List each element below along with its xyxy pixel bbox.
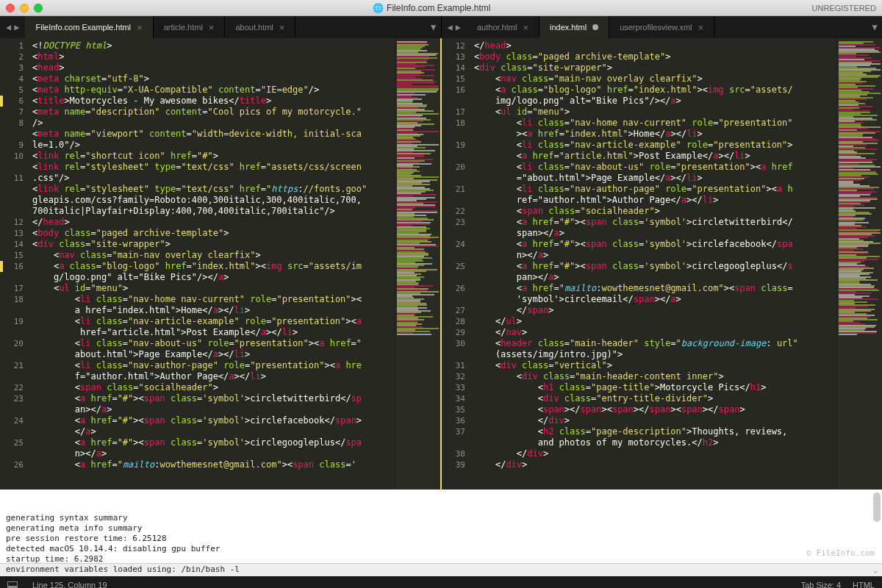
tab-label: index.html [550,23,587,32]
minimap-right[interactable] [836,38,882,490]
file-tab[interactable]: userprofilesview.xml× [609,16,714,38]
gutter-left: 1 2 3 4 5 6 7 8 9 10 11 12 13 14 15 16 1… [0,38,29,490]
editor-pane-left[interactable]: 1 2 3 4 5 6 7 8 9 10 11 12 13 14 15 16 1… [0,38,440,490]
editor-pane-right[interactable]: 12 13 14 15 16 17 18 19 20 21 22 23 24 2… [442,38,882,490]
tab-label: userprofilesview.xml [620,23,692,32]
registration-badge: UNREGISTERED [812,4,876,12]
file-tab[interactable]: FileInfo.com Example.html× [25,16,153,38]
panel-toggle-icon[interactable] [7,581,18,588]
back-icon[interactable]: ◀ [6,22,11,32]
window-title-text: FileInfo.com Example.html [387,3,490,13]
editor-split: 1 2 3 4 5 6 7 8 9 10 11 12 13 14 15 16 1… [0,38,882,490]
tab-label: article.html [164,23,203,32]
tab-close-icon[interactable]: × [279,22,285,33]
tab-history-nav: ◀ ▶ [0,16,25,38]
tab-close-icon[interactable]: × [523,22,528,33]
tabbar: ◀ ▶ FileInfo.com Example.html×article.ht… [0,16,882,38]
tab-close-icon[interactable]: × [698,22,704,33]
traffic-lights [6,4,43,12]
tabs-left-overflow-icon[interactable]: ▼ [426,16,441,38]
file-tab[interactable]: article.html× [154,16,226,38]
modified-line-marker [0,261,3,272]
tab-close-icon[interactable]: × [137,22,143,33]
modified-line-marker [0,96,3,107]
tabs-left-group: FileInfo.com Example.html×article.html×a… [25,16,426,38]
file-tab[interactable]: author.html× [467,16,539,38]
tabs-right-overflow-icon[interactable]: ▼ [867,16,882,38]
minimize-window-icon[interactable] [20,4,29,12]
tab-close-icon[interactable]: × [209,22,215,33]
app-logo-icon: 🌐 [373,3,384,13]
watermark: © FileInfo.com [806,548,875,559]
code-right[interactable]: </head> <body class="paged archive-templ… [471,38,836,490]
gutter-right: 12 13 14 15 16 17 18 19 20 21 22 23 24 2… [442,38,471,490]
file-tab[interactable]: index.html [539,16,609,38]
tab-label: FileInfo.com Example.html [35,23,131,32]
tab-label: author.html [477,23,517,32]
code-left[interactable]: <!DOCTYPE html> <html> <head> <meta char… [29,38,395,490]
tab-history-nav-right: ◀ ▶ [441,16,467,38]
window-title: 🌐 FileInfo.com Example.html [51,3,812,13]
console-output: generating syntax summary generating met… [6,513,876,575]
back-icon[interactable]: ◀ [448,22,453,32]
unsaved-indicator-icon [592,24,598,30]
tabs-right-group: author.html×index.htmluserprofilesview.x… [467,16,867,38]
close-window-icon[interactable] [6,4,15,12]
tab-label: about.html [235,23,273,32]
minimap-left[interactable] [395,38,440,490]
forward-icon[interactable]: ▶ [14,22,19,32]
forward-icon[interactable]: ▶ [456,22,461,32]
file-tab[interactable]: about.html× [225,16,295,38]
console-panel: generating syntax summary generating met… [0,490,882,563]
maximize-window-icon[interactable] [34,4,43,12]
console-scrollbar[interactable] [873,492,881,522]
window-titlebar: 🌐 FileInfo.com Example.html UNREGISTERED [0,0,882,16]
